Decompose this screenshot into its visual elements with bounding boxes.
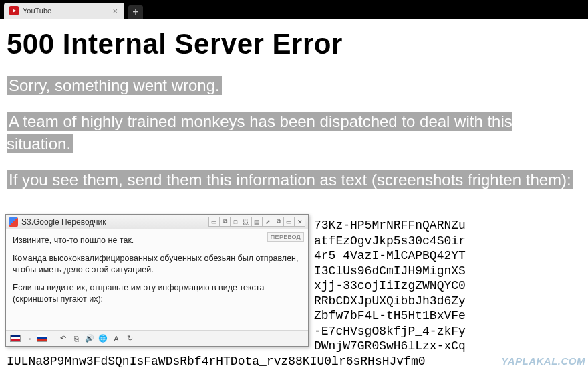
error-dump-block: 73Kz-HP5MrNRFFnQARNZu atfEzOgvJkp5s30c4S… — [314, 203, 581, 368]
titlebar-btn-1[interactable]: ▭ — [208, 217, 220, 227]
translator-titlebar[interactable]: S3.Google Переводчик ▭ ⧉ □ ⿴ ▤ ⤢ ⧉ ▭ ✕ — [6, 215, 308, 229]
arrow-right-icon: → — [25, 334, 33, 343]
dump-line: -E7cHVsgO8kfjP_4-zkFy — [314, 325, 466, 338]
globe-icon[interactable]: 🌐 — [98, 334, 108, 343]
copy-icon[interactable]: ⎘ — [71, 334, 81, 343]
dump-line: Zbfw7bF4L-tH5Ht1BxVFe — [314, 309, 466, 323]
error-line-3: If you see them, send them this informat… — [7, 170, 573, 189]
titlebar-btn-6[interactable]: ⤢ — [262, 217, 273, 227]
translator-title-text: S3.Google Переводчик — [21, 217, 106, 227]
browser-tab-youtube[interactable]: YouTube × — [4, 3, 124, 19]
flag-source-icon[interactable] — [10, 335, 21, 342]
dump-line: RRbCDXJpUXQibbJh3d6Zy — [314, 294, 466, 308]
dump-line: I3ClUs96dCmIJH9MignXS — [314, 264, 466, 278]
error-heading: 500 Internal Server Error — [7, 28, 581, 60]
translate-button[interactable]: ПЕРЕВОД — [267, 232, 304, 242]
page-content: 500 Internal Server Error Sorry, somethi… — [0, 19, 588, 368]
refresh-icon[interactable]: ↻ — [125, 334, 134, 343]
error-line-1: Sorry, something went wrong. — [7, 76, 222, 95]
titlebar-btn-8[interactable]: ▭ — [283, 217, 295, 227]
titlebar-btn-7[interactable]: ⧉ — [273, 217, 284, 227]
titlebar-btn-4[interactable]: ⿴ — [241, 217, 252, 227]
youtube-favicon-icon — [9, 6, 19, 15]
translator-body: ПЕРЕВОД Извините, что-то пошло не так. К… — [6, 229, 308, 330]
tab-close-icon[interactable]: × — [111, 6, 119, 16]
translated-paragraph-2: Команда высококвалифицированных обученны… — [13, 253, 301, 276]
translated-paragraph-3: Если вы видите их, отправьте им эту инфо… — [13, 282, 301, 305]
flag-target-icon[interactable] — [37, 335, 47, 342]
translated-paragraph-1: Извините, что-то пошло не так. — [13, 235, 301, 246]
sound-icon[interactable]: 🔊 — [85, 334, 94, 343]
error-line-2: A team of highly trained monkeys has bee… — [7, 112, 512, 153]
dump-line: IULNa8P9Mnw3FdSQnIsFaWDsRbf4rHTDota_rvz8… — [7, 355, 426, 368]
translator-footer: → ↶ ⎘ 🔊 🌐 A ↻ — [6, 330, 308, 346]
translator-window-buttons: ▭ ⧉ □ ⿴ ▤ ⤢ ⧉ ▭ ✕ — [209, 217, 305, 227]
dump-line: 4r5_4VazI-MlCAPBQ42YT — [314, 249, 466, 262]
tab-title: YouTube — [23, 7, 51, 15]
titlebar-btn-2[interactable]: ⧉ — [219, 217, 231, 227]
titlebar-close-icon[interactable]: ✕ — [294, 217, 305, 227]
dump-line: DWnjW7GR0SwH6lLzx-xCq — [314, 339, 466, 353]
translator-app-icon — [9, 217, 18, 227]
dump-line: 73Kz-HP5MrNRFFnQARNZu — [314, 219, 466, 232]
titlebar-btn-5[interactable]: ▤ — [251, 217, 263, 227]
browser-tab-bar: YouTube × + — [0, 0, 588, 19]
translator-popup[interactable]: S3.Google Переводчик ▭ ⧉ □ ⿴ ▤ ⤢ ⧉ ▭ ✕ П… — [5, 214, 309, 347]
dump-line: xjj-33cojIiIzgZWNQYC0 — [314, 279, 466, 292]
dump-line: atfEzOgvJkp5s30c4S0ir — [314, 234, 466, 248]
new-tab-button[interactable]: + — [128, 5, 143, 19]
titlebar-btn-3[interactable]: □ — [230, 217, 241, 227]
undo-icon[interactable]: ↶ — [58, 334, 67, 343]
font-a-icon[interactable]: A — [112, 334, 121, 343]
